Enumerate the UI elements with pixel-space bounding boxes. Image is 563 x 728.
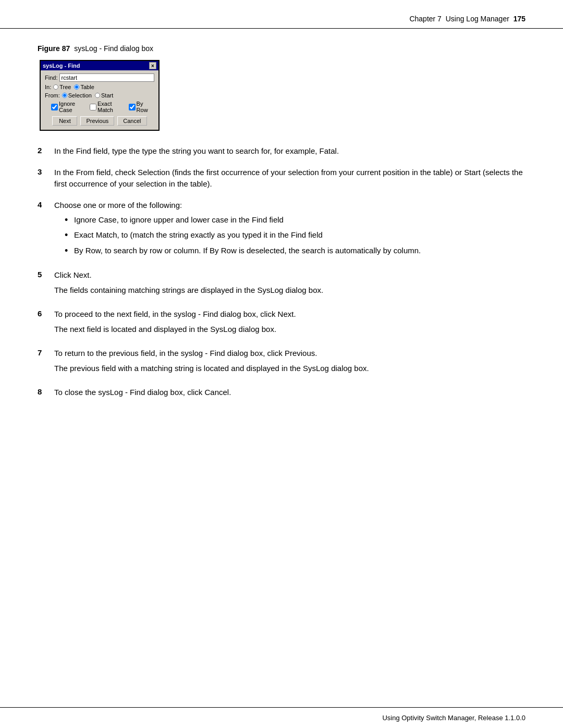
step-2-content: In the Find field, type the type the str… <box>54 145 525 157</box>
in-tree-radio[interactable] <box>53 84 58 90</box>
step-6-content: To proceed to the next field, in the sys… <box>54 309 525 338</box>
ignore-case-label: Ignore Case <box>59 101 88 113</box>
step-6: 6 To proceed to the next field, in the s… <box>38 309 525 338</box>
figure-label: Figure 87 <box>38 44 70 53</box>
find-label: Find: <box>45 75 57 81</box>
in-tree-label: Tree <box>59 84 71 90</box>
step-5-text: Click Next. <box>54 269 525 281</box>
from-start-radio[interactable] <box>95 93 100 98</box>
page-footer: Using Optivity Switch Manager, Release 1… <box>0 707 563 728</box>
step-3-number: 3 <box>38 167 54 176</box>
bullet-2-text: Exact Match, to (match the string exactl… <box>74 229 323 241</box>
chapter-label: Chapter 7 Using Log Manager <box>409 15 513 23</box>
bullet-3: • By Row, to search by row or column. If… <box>65 245 525 257</box>
syslog-find-dialog: sysLog - Find × Find: In: <box>40 60 160 131</box>
bullet-2: • Exact Match, to (match the string exac… <box>65 229 525 241</box>
step-2-number: 2 <box>38 145 54 155</box>
step-4-intro: Choose one or more of the following: <box>54 200 525 212</box>
cancel-button[interactable]: Cancel <box>117 116 146 126</box>
page-number: 175 <box>513 15 525 23</box>
in-tree-option[interactable]: Tree <box>53 84 71 90</box>
step-6-text: To proceed to the next field, in the sys… <box>54 309 525 320</box>
bullet-3-text: By Row, to search by row or column. If B… <box>74 245 421 257</box>
from-start-option[interactable]: Start <box>95 92 113 98</box>
dialog-titlebar: sysLog - Find × <box>41 61 158 70</box>
step-2-text: In the Find field, type the type the str… <box>54 146 339 155</box>
ignore-case-option[interactable]: Ignore Case <box>51 101 88 113</box>
exact-match-label: Exact Match <box>97 101 127 113</box>
ignore-case-checkbox[interactable] <box>51 104 58 110</box>
step-8-text: To close the sysLog - Find dialog box, c… <box>54 388 231 397</box>
in-table-radio[interactable] <box>74 84 79 90</box>
by-row-option[interactable]: By Row <box>129 101 154 113</box>
main-content: Figure 87 sysLog - Find dialog box sysLo… <box>0 29 563 424</box>
step-4-number: 4 <box>38 200 54 209</box>
from-label: From: <box>45 92 60 98</box>
bullet-3-dot: • <box>65 245 74 257</box>
top-header: Chapter 7 Using Log Manager 175 <box>0 0 563 29</box>
step-6-number: 6 <box>38 309 54 318</box>
by-row-label: By Row <box>137 101 154 113</box>
from-start-label: Start <box>101 92 113 98</box>
step-3-text: In the From field, check Selection (find… <box>54 168 523 189</box>
step-5-extra: The fields containing matching strings a… <box>54 285 525 297</box>
step-5-number: 5 <box>38 269 54 279</box>
step-7-extra: The previous field with a matching strin… <box>54 363 525 375</box>
checkbox-group: Ignore Case Exact Match By Row <box>45 101 154 113</box>
bullet-2-dot: • <box>65 229 74 241</box>
in-label: In: <box>45 84 51 90</box>
in-radio-group: Tree Table <box>53 84 94 90</box>
find-row: Find: <box>45 73 154 82</box>
exact-match-option[interactable]: Exact Match <box>90 101 127 113</box>
in-table-label: Table <box>80 84 94 90</box>
dialog-close-button[interactable]: × <box>149 62 156 69</box>
figure-caption: Figure 87 sysLog - Find dialog box <box>38 44 525 53</box>
by-row-checkbox[interactable] <box>129 104 136 110</box>
next-button[interactable]: Next <box>52 116 77 126</box>
step-8-content: To close the sysLog - Find dialog box, c… <box>54 387 525 399</box>
step-4: 4 Choose one or more of the following: •… <box>38 200 525 261</box>
from-selection-radio[interactable] <box>62 93 67 98</box>
step-7-content: To return to the previous field, in the … <box>54 348 525 377</box>
step-3: 3 In the From field, check Selection (fi… <box>38 167 525 190</box>
previous-button[interactable]: Previous <box>80 116 114 126</box>
from-selection-label: Selection <box>68 92 92 98</box>
page-container: Chapter 7 Using Log Manager 175 Figure 8… <box>0 0 563 728</box>
bullet-1: • Ignore Case, to ignore upper and lower… <box>65 214 525 226</box>
dialog-wrapper: sysLog - Find × Find: In: <box>40 60 525 131</box>
step-7: 7 To return to the previous field, in th… <box>38 348 525 377</box>
step-4-bullets: • Ignore Case, to ignore upper and lower… <box>65 214 525 257</box>
find-input[interactable] <box>59 73 154 82</box>
step-2: 2 In the Find field, type the type the s… <box>38 145 525 157</box>
step-6-extra: The next field is located and displayed … <box>54 324 525 336</box>
step-3-content: In the From field, check Selection (find… <box>54 167 525 190</box>
dialog-body: Find: In: Tree Tab <box>41 70 158 130</box>
step-4-content: Choose one or more of the following: • I… <box>54 200 525 261</box>
footer-text: Using Optivity Switch Manager, Release 1… <box>382 714 525 722</box>
step-5-content: Click Next. The fields containing matchi… <box>54 269 525 299</box>
from-selection-option[interactable]: Selection <box>62 92 92 98</box>
step-5: 5 Click Next. The fields containing matc… <box>38 269 525 299</box>
dialog-title: sysLog - Find <box>43 63 80 69</box>
figure-title: sysLog - Find dialog box <box>74 44 153 53</box>
step-7-text: To return to the previous field, in the … <box>54 348 525 360</box>
step-8-number: 8 <box>38 387 54 396</box>
chapter-info: Chapter 7 Using Log Manager 175 <box>409 15 525 23</box>
exact-match-checkbox[interactable] <box>90 104 96 110</box>
dialog-buttons: Next Previous Cancel <box>45 116 154 126</box>
step-8: 8 To close the sysLog - Find dialog box,… <box>38 387 525 399</box>
bullet-1-text: Ignore Case, to ignore upper and lower c… <box>74 214 284 226</box>
step-7-number: 7 <box>38 348 54 357</box>
in-row: In: Tree Table <box>45 84 154 90</box>
bullet-1-dot: • <box>65 214 74 226</box>
in-table-option[interactable]: Table <box>74 84 94 90</box>
from-row: From: Selection Start <box>45 92 154 98</box>
from-radio-group: Selection Start <box>62 92 114 98</box>
